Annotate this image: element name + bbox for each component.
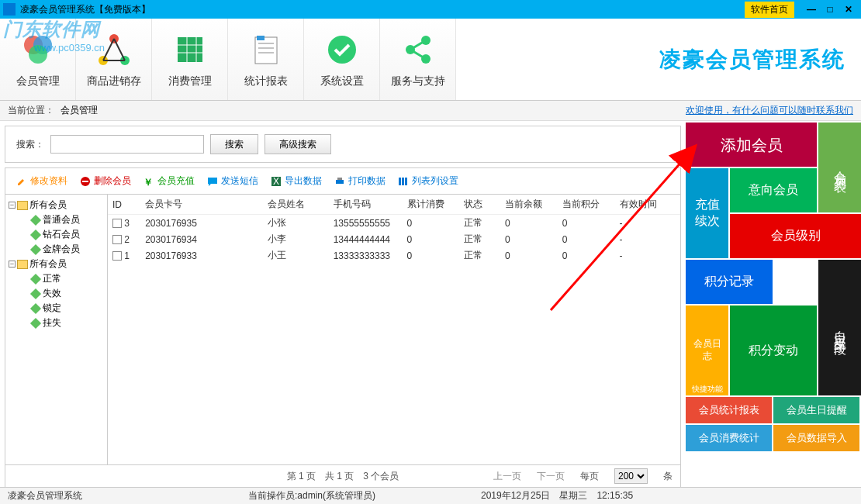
tile-add-member[interactable]: 添加会员 bbox=[686, 123, 817, 167]
minimize-button[interactable]: — bbox=[802, 2, 821, 16]
tree-leaf[interactable]: 挂失 bbox=[19, 316, 104, 330]
svg-line-23 bbox=[410, 40, 426, 50]
toolbar-inventory[interactable]: 商品进销存 bbox=[76, 19, 152, 100]
svg-rect-30 bbox=[337, 178, 342, 180]
col-header[interactable]: 手机号码 bbox=[329, 195, 403, 215]
row-checkbox[interactable] bbox=[112, 235, 122, 244]
svg-line-7 bbox=[114, 39, 125, 60]
breadcrumb-bar: 当前位置： 会员管理 欢迎使用，有什么问题可以随时联系我们 bbox=[0, 101, 861, 121]
search-input[interactable] bbox=[50, 135, 204, 154]
edit-action[interactable]: 修改资料 bbox=[16, 174, 67, 188]
pager-summary: 第 1 页 共 1 页 3 个会员 bbox=[287, 470, 399, 483]
member-manage-icon bbox=[19, 31, 57, 68]
print-icon bbox=[334, 176, 345, 187]
col-header[interactable]: 有效时间 bbox=[615, 195, 680, 215]
member-table: ID会员卡号会员姓名手机号码累计消费状态当前余额当前积分有效时间 3203017… bbox=[108, 195, 680, 264]
search-panel: 搜索： 搜索 高级搜索 bbox=[5, 126, 681, 163]
col-header[interactable]: ID bbox=[108, 195, 140, 215]
tile-data-import[interactable]: 会员数据导入 bbox=[773, 425, 859, 451]
tile-birthday-remind[interactable]: 会员生日提醒 bbox=[773, 397, 859, 423]
report-icon bbox=[247, 31, 285, 68]
tree-leaf[interactable]: 失效 bbox=[19, 286, 104, 301]
tile-points-change[interactable]: 积分变动 bbox=[730, 306, 817, 395]
toolbar-consume[interactable]: 消费管理 bbox=[152, 19, 228, 100]
tree-leaf[interactable]: 正常 bbox=[19, 271, 104, 286]
svg-line-24 bbox=[410, 50, 426, 59]
tile-custom-fields[interactable]: 自定义字段 bbox=[818, 260, 861, 395]
columns-icon bbox=[398, 176, 409, 187]
welcome-link[interactable]: 欢迎使用，有什么问题可以随时联系我们 bbox=[686, 104, 853, 117]
chat-icon bbox=[207, 176, 218, 187]
tile-recharge[interactable]: 充值续次 bbox=[686, 168, 728, 258]
folder-icon bbox=[17, 201, 28, 210]
search-label: 搜索： bbox=[16, 138, 44, 151]
collapse-icon[interactable]: − bbox=[9, 261, 16, 268]
col-header[interactable]: 当前积分 bbox=[558, 195, 615, 215]
close-button[interactable]: ✕ bbox=[839, 2, 858, 16]
tree-leaf[interactable]: 普通会员 bbox=[19, 212, 104, 227]
columns-action[interactable]: 列表列设置 bbox=[398, 174, 458, 188]
tile-member-log[interactable]: 会员日志快捷功能 bbox=[686, 306, 728, 395]
col-header[interactable]: 会员姓名 bbox=[263, 195, 328, 215]
toolbar-member-manage[interactable]: 会员管理 bbox=[0, 19, 76, 100]
toolbar-support[interactable]: 服务与支持 bbox=[380, 19, 456, 100]
tile-member-stat[interactable]: 会员统计报表 bbox=[686, 397, 772, 423]
per-page-select[interactable]: 200 bbox=[614, 468, 648, 484]
tile-points-record[interactable]: 积分记录 bbox=[686, 260, 773, 304]
tree-folder[interactable]: −所有会员 bbox=[9, 257, 104, 271]
sms-action[interactable]: 发送短信 bbox=[207, 174, 258, 188]
tile-member-list[interactable]: 会员列表 bbox=[818, 123, 861, 212]
recharge-action[interactable]: ￥会员充值 bbox=[144, 174, 195, 188]
tile-consume-stat[interactable]: 会员消费统计 bbox=[686, 425, 772, 451]
maximize-button[interactable]: □ bbox=[821, 2, 839, 16]
status-bar: 凌豪会员管理系统 当前操作员:admin(系统管理员) 2019年12月25日 … bbox=[0, 487, 861, 504]
next-page[interactable]: 下一页 bbox=[537, 470, 565, 483]
per-page-label: 每页 bbox=[580, 470, 599, 483]
main-toolbar: 会员管理商品进销存消费管理统计报表系统设置服务与支持 凌豪会员管理系统 bbox=[0, 19, 861, 101]
tile-intent-member[interactable]: 意向会员 bbox=[730, 168, 817, 212]
search-button[interactable]: 搜索 bbox=[210, 134, 258, 154]
tree-leaf[interactable]: 锁定 bbox=[19, 301, 104, 316]
table-row[interactable]: 22030176934小李134444444440正常00- bbox=[108, 231, 680, 247]
tile-member-level[interactable]: 会员级别 bbox=[730, 214, 861, 258]
status-datetime: 2019年12月25日 星期三 12:15:35 bbox=[481, 489, 633, 502]
tree-leaf[interactable]: 金牌会员 bbox=[19, 242, 104, 257]
advanced-search-button[interactable]: 高级搜索 bbox=[265, 134, 331, 154]
svg-rect-26 bbox=[82, 181, 88, 182]
member-tree[interactable]: −所有会员普通会员钻石会员金牌会员−所有会员正常失效锁定挂失 bbox=[5, 195, 108, 464]
titlebar: 凌豪会员管理系统【免费版本】 软件首页 — □ ✕ bbox=[0, 0, 861, 19]
col-header[interactable]: 当前余额 bbox=[500, 195, 558, 215]
table-row[interactable]: 12030176933小王133333333330正常00- bbox=[108, 247, 680, 264]
leaf-icon bbox=[30, 317, 41, 328]
col-header[interactable]: 状态 bbox=[459, 195, 500, 215]
excel-icon: X bbox=[271, 176, 282, 187]
leaf-icon bbox=[30, 273, 41, 284]
svg-rect-29 bbox=[336, 180, 344, 184]
tree-folder[interactable]: −所有会员 bbox=[9, 198, 104, 212]
delete-action[interactable]: 删除会员 bbox=[80, 174, 131, 188]
app-icon bbox=[3, 3, 16, 16]
row-checkbox[interactable] bbox=[112, 251, 122, 261]
svg-rect-32 bbox=[402, 178, 404, 185]
support-icon bbox=[399, 31, 437, 68]
table-row[interactable]: 32030176935小张135555555550正常00- bbox=[108, 215, 680, 232]
toolbar-settings[interactable]: 系统设置 bbox=[304, 19, 380, 100]
col-header[interactable]: 累计消费 bbox=[403, 195, 460, 215]
home-button[interactable]: 软件首页 bbox=[745, 2, 794, 18]
tree-leaf[interactable]: 钻石会员 bbox=[19, 227, 104, 242]
col-header[interactable]: 会员卡号 bbox=[140, 195, 263, 215]
collapse-icon[interactable]: − bbox=[9, 202, 16, 209]
leaf-icon bbox=[30, 214, 41, 225]
window-title: 凌豪会员管理系统【免费版本】 bbox=[20, 3, 745, 16]
toolbar-report[interactable]: 统计报表 bbox=[228, 19, 304, 100]
export-action[interactable]: X导出数据 bbox=[271, 174, 322, 188]
action-bar: 修改资料 删除会员 ￥会员充值 发送短信 X导出数据 打印数据 列表列设置 bbox=[5, 167, 681, 194]
print-action[interactable]: 打印数据 bbox=[334, 174, 386, 188]
prev-page[interactable]: 上一页 bbox=[493, 470, 521, 483]
consume-icon bbox=[171, 31, 209, 68]
row-checkbox[interactable] bbox=[112, 219, 122, 228]
breadcrumb-path: 会员管理 bbox=[61, 104, 98, 117]
svg-line-6 bbox=[103, 39, 114, 60]
leaf-icon bbox=[30, 243, 41, 254]
svg-point-2 bbox=[29, 45, 47, 64]
